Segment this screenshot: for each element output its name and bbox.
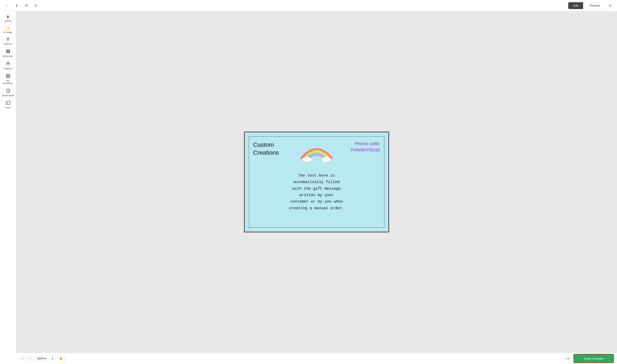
- sidebar-label-upload: Upload: [4, 20, 12, 22]
- card-inner: Custom Creations: [249, 136, 385, 228]
- fiverr-icon: f: [6, 101, 10, 106]
- card-outer[interactable]: Custom Creations: [244, 132, 389, 232]
- promo-code: Promo code: THANKYOU15: [350, 141, 380, 153]
- ai-image-icon: ✨: [5, 26, 11, 30]
- templates-icon: [6, 74, 10, 79]
- undo-button[interactable]: ↺: [23, 2, 30, 9]
- upload-icon: ⬆: [6, 15, 10, 19]
- info-button[interactable]: ℹ: [13, 2, 20, 9]
- canvas-area: Custom Creations: [16, 11, 617, 353]
- zoom-display[interactable]: 252% ▾: [35, 356, 48, 361]
- sidebar: ⬆ Upload ✨ AI image T Add text My librar…: [0, 11, 16, 364]
- sidebar-item-add-text[interactable]: T Add text: [1, 36, 15, 47]
- text-icon: T: [7, 38, 9, 42]
- apply-area: → Apply changes: [564, 354, 614, 363]
- sidebar-label-add-text: Add text: [4, 43, 12, 45]
- sidebar-item-upload[interactable]: ⬆ Upload: [1, 13, 15, 24]
- svg-rect-2: [6, 52, 8, 53]
- rainbow-graphic: [296, 139, 337, 163]
- sidebar-item-shutterstock[interactable]: Shutterstock: [1, 87, 15, 98]
- sidebar-item-my-templates[interactable]: My templates: [1, 72, 15, 86]
- sidebar-item-graphics[interactable]: Graphics: [1, 60, 15, 71]
- shutterstock-icon: [6, 88, 10, 93]
- svg-rect-0: [6, 50, 8, 51]
- sidebar-label-my-templates: My templates: [2, 79, 14, 84]
- apply-changes-button[interactable]: Apply changes: [574, 354, 614, 363]
- zoom-out-button[interactable]: −: [27, 356, 33, 362]
- svg-text:f: f: [7, 102, 8, 104]
- sidebar-item-fiverr[interactable]: f Fiverr: [1, 99, 15, 111]
- bottom-bar: ? − 252% ▾ + ✋ → Apply changes: [16, 353, 617, 364]
- card-message: The text here is automatically filled wi…: [289, 172, 344, 211]
- card-body: The text here is automatically filled wi…: [249, 156, 384, 227]
- library-icon: [6, 49, 10, 54]
- sidebar-label-ai-image: AI image: [4, 31, 12, 33]
- svg-rect-6: [6, 74, 10, 78]
- svg-rect-10: [8, 76, 9, 77]
- svg-point-5: [8, 63, 8, 64]
- sidebar-label-my-library: My library: [3, 55, 13, 57]
- top-bar-left: ← ℹ ↺ ↻: [3, 2, 40, 9]
- sidebar-item-ai-image[interactable]: ✨ AI image: [1, 25, 15, 35]
- svg-rect-3: [8, 52, 10, 53]
- sidebar-item-my-library[interactable]: My library: [1, 48, 15, 59]
- pan-button[interactable]: ✋: [57, 355, 65, 362]
- svg-rect-7: [7, 75, 8, 76]
- graphics-icon: [6, 61, 10, 66]
- svg-point-21: [322, 158, 330, 162]
- card-title: Custom Creations: [253, 141, 279, 156]
- svg-rect-1: [8, 50, 10, 51]
- back-button[interactable]: ←: [3, 2, 11, 9]
- svg-point-17: [303, 158, 311, 162]
- main-area: Custom Creations: [16, 11, 617, 364]
- svg-rect-9: [7, 76, 8, 77]
- redo-button[interactable]: ↻: [32, 2, 40, 9]
- sidebar-label-graphics: Graphics: [3, 67, 12, 70]
- sidebar-label-shutterstock: Shutterstock: [2, 94, 14, 97]
- help-button[interactable]: ?: [19, 355, 26, 362]
- edit-tab[interactable]: Edit: [568, 2, 583, 9]
- close-button[interactable]: ✕: [606, 2, 614, 9]
- chevron-down-icon: ▾: [44, 357, 46, 360]
- arrow-icon: →: [564, 355, 570, 362]
- app-container: ⬆ Upload ✨ AI image T Add text My librar…: [0, 11, 617, 364]
- top-bar: ← ℹ ↺ ↻ Edit Preview ✕: [0, 0, 617, 11]
- sidebar-label-fiverr: Fiverr: [5, 106, 11, 109]
- svg-rect-8: [8, 75, 9, 76]
- top-bar-right: Edit Preview ✕: [568, 2, 614, 9]
- zoom-value: 252%: [37, 357, 44, 360]
- card-top: Custom Creations: [249, 137, 384, 156]
- preview-tab[interactable]: Preview: [585, 2, 605, 9]
- zoom-in-button[interactable]: +: [50, 356, 56, 362]
